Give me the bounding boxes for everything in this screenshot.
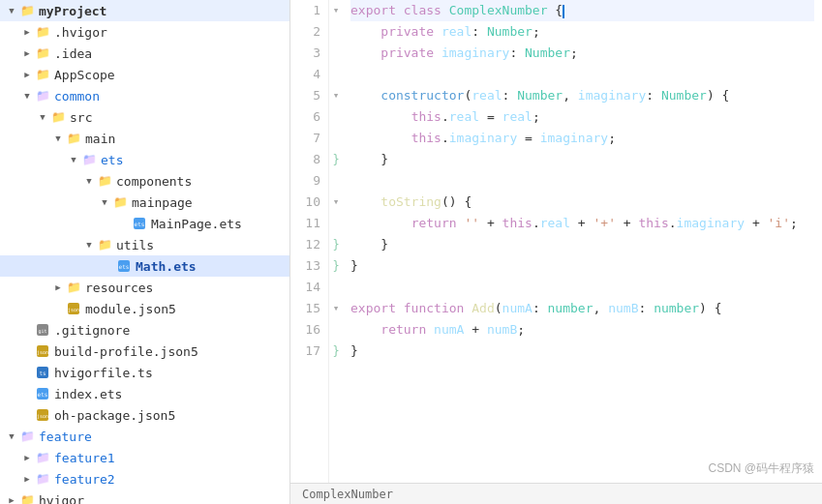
root-folder-icon: 📁 bbox=[19, 3, 35, 18]
fold-marker-14 bbox=[329, 277, 343, 298]
tree-item-label: .gitignore bbox=[54, 323, 130, 338]
code-line: } bbox=[350, 149, 814, 170]
line-number: 12 bbox=[298, 234, 320, 255]
fold-marker-12[interactable]: } bbox=[329, 234, 343, 255]
watermark: CSDN @码牛程序猿 bbox=[708, 460, 814, 477]
tree-item-idea[interactable]: ▶📁.idea bbox=[0, 43, 289, 64]
fold-marker-8[interactable]: } bbox=[329, 149, 343, 170]
token-normal: : bbox=[533, 298, 548, 319]
fold-marker-5[interactable]: ▾ bbox=[329, 85, 343, 106]
tree-item-ets[interactable]: ▼📁ets bbox=[0, 149, 289, 170]
token-normal: : bbox=[509, 43, 525, 64]
line-number: 14 bbox=[298, 277, 320, 298]
token-var: real bbox=[540, 213, 570, 234]
tree-item-src[interactable]: ▼📁src bbox=[0, 106, 289, 128]
token-normal bbox=[350, 192, 381, 213]
folder-icon: 📁 bbox=[112, 194, 128, 210]
token-normal: ; bbox=[533, 21, 540, 43]
fold-marker-10[interactable]: ▾ bbox=[329, 192, 343, 213]
svg-text:git: git bbox=[38, 328, 46, 335]
tree-item-utils[interactable]: ▼📁utils bbox=[0, 234, 289, 255]
tree-item-myProject[interactable]: ▼📁myProject bbox=[0, 0, 289, 21]
fold-marker-15[interactable]: ▾ bbox=[329, 298, 343, 319]
fold-gutter-area: ▾▾}▾}}▾} bbox=[329, 0, 343, 483]
svg-text:ets: ets bbox=[119, 263, 130, 270]
token-normal: ; bbox=[517, 319, 525, 341]
token-fn: Add bbox=[472, 298, 494, 319]
tree-item-common[interactable]: ▼📁common bbox=[0, 85, 289, 106]
chevron-icon: ▼ bbox=[19, 88, 35, 104]
token-normal: + bbox=[745, 213, 767, 234]
tree-item-label: main bbox=[85, 132, 115, 146]
svg-text:json: json bbox=[37, 349, 48, 356]
token-kw: return bbox=[411, 213, 465, 234]
token-normal: ( bbox=[464, 85, 472, 106]
tree-item-components[interactable]: ▼📁components bbox=[0, 170, 289, 192]
chevron-icon bbox=[19, 322, 35, 338]
token-normal: = bbox=[479, 106, 502, 128]
code-line: private imaginary: Number; bbox=[350, 43, 814, 64]
chevron-icon bbox=[19, 343, 35, 359]
token-normal: . bbox=[669, 213, 677, 234]
tree-item-module-json5[interactable]: jsonmodule.json5 bbox=[0, 298, 289, 319]
tree-item-mainpage[interactable]: ▼📁mainpage bbox=[0, 192, 289, 213]
token-normal: . bbox=[533, 213, 540, 234]
line-number: 17 bbox=[298, 341, 320, 362]
tree-item-label: feature bbox=[39, 430, 92, 444]
token-normal bbox=[350, 106, 411, 128]
tree-item-mainpage-ets[interactable]: etsMainPage.ets bbox=[0, 213, 289, 234]
tree-item-oh-package[interactable]: jsonoh-package.json5 bbox=[0, 404, 289, 426]
token-normal: } bbox=[350, 255, 358, 277]
chevron-icon bbox=[19, 407, 35, 423]
code-area[interactable]: export class ComplexNumber { private rea… bbox=[343, 0, 822, 483]
fold-marker-17[interactable]: } bbox=[329, 341, 343, 362]
tree-item-feature2[interactable]: ▶📁feature2 bbox=[0, 468, 289, 489]
tree-item-appscope[interactable]: ▶📁AppScope bbox=[0, 64, 289, 85]
token-normal: ; bbox=[608, 128, 616, 149]
token-kw-blue: constructor bbox=[381, 85, 464, 106]
token-kw: this bbox=[638, 213, 668, 234]
tree-item-hvigor-root[interactable]: ▶📁hvigor bbox=[0, 489, 289, 504]
token-normal bbox=[350, 213, 411, 234]
chevron-icon: ▼ bbox=[97, 194, 112, 210]
fold-marker-13[interactable]: } bbox=[329, 255, 343, 277]
token-var: real bbox=[472, 85, 502, 106]
token-kw: this bbox=[502, 213, 533, 234]
chevron-icon: ▶ bbox=[19, 24, 35, 40]
tree-item-build-profile[interactable]: jsonbuild-profile.json5 bbox=[0, 341, 289, 362]
token-normal bbox=[350, 128, 411, 149]
chevron-icon: ▼ bbox=[4, 3, 19, 18]
code-line: } bbox=[350, 255, 814, 277]
tree-item-main[interactable]: ▼📁main bbox=[0, 128, 289, 149]
line-number: 7 bbox=[298, 128, 320, 149]
token-normal: ; bbox=[790, 213, 798, 234]
token-normal bbox=[350, 21, 381, 43]
token-var: real bbox=[502, 106, 533, 128]
token-kw: private bbox=[381, 43, 441, 64]
tree-item-hvigor[interactable]: ▶📁.hvigor bbox=[0, 21, 289, 43]
tree-item-hvigorfile[interactable]: tshvigorfile.ts bbox=[0, 362, 289, 383]
fold-marker-7 bbox=[329, 128, 343, 149]
tree-item-feature[interactable]: ▼📁feature bbox=[0, 426, 289, 447]
code-line: return numA + numB; bbox=[350, 319, 814, 341]
line-number: 10 bbox=[298, 192, 320, 213]
tree-item-math-ets[interactable]: etsMath.ets bbox=[0, 255, 289, 277]
token-normal: : bbox=[472, 21, 487, 43]
tree-item-gitignore[interactable]: git.gitignore bbox=[0, 319, 289, 341]
editor-content: 1234567891011121314151617 ▾▾}▾}}▾} expor… bbox=[290, 0, 822, 483]
tree-item-label: resources bbox=[85, 281, 153, 295]
token-normal bbox=[350, 319, 381, 341]
line-number: 13 bbox=[298, 255, 320, 277]
tree-item-resources[interactable]: ▶📁resources bbox=[0, 277, 289, 298]
token-var: imaginary bbox=[578, 85, 646, 106]
line-numbers: 1234567891011121314151617 bbox=[290, 0, 329, 483]
tree-item-feature1[interactable]: ▶📁feature1 bbox=[0, 447, 289, 468]
code-line bbox=[350, 277, 814, 298]
tree-item-index-ets[interactable]: etsindex.ets bbox=[0, 383, 289, 404]
line-number: 9 bbox=[298, 170, 320, 192]
token-normal: = bbox=[517, 128, 539, 149]
svg-text:json: json bbox=[37, 413, 48, 420]
tree-item-label: oh-package.json5 bbox=[54, 408, 175, 423]
tree-item-label: common bbox=[54, 89, 100, 104]
fold-marker-1[interactable]: ▾ bbox=[329, 0, 343, 21]
